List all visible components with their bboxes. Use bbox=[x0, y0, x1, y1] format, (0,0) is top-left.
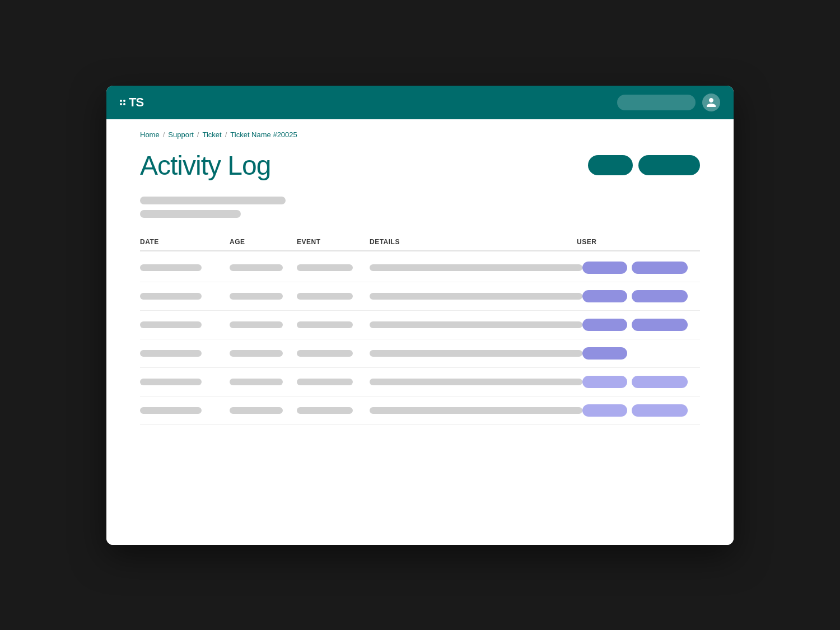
cell-details bbox=[370, 293, 582, 300]
col-header-details: DETAILS bbox=[370, 238, 577, 246]
cell-user bbox=[582, 319, 706, 331]
cell-date bbox=[140, 264, 202, 271]
col-header-age: AGE bbox=[230, 238, 297, 246]
user-chip-primary[interactable] bbox=[582, 319, 627, 331]
cell-event bbox=[297, 350, 353, 357]
nav-right bbox=[617, 94, 720, 111]
cell-date bbox=[140, 321, 202, 328]
cell-details bbox=[370, 407, 582, 414]
cell-age bbox=[230, 321, 283, 328]
user-chip-secondary[interactable] bbox=[632, 376, 688, 388]
cell-user bbox=[582, 347, 706, 360]
cell-date bbox=[140, 407, 202, 414]
col-header-event: EVENT bbox=[297, 238, 370, 246]
cell-age bbox=[230, 293, 283, 300]
cell-date bbox=[140, 350, 202, 357]
cell-details bbox=[370, 379, 582, 385]
header-buttons bbox=[588, 155, 700, 175]
cell-date bbox=[140, 293, 202, 300]
logo-dot bbox=[123, 103, 125, 105]
cell-event bbox=[297, 264, 353, 271]
user-chip-primary[interactable] bbox=[582, 347, 627, 360]
cell-user bbox=[582, 262, 706, 274]
logo-dot bbox=[120, 100, 122, 102]
user-avatar[interactable] bbox=[702, 94, 720, 111]
browser-window: TS Home / Support / Ticket / Ticket Name… bbox=[106, 86, 734, 545]
nav-search-bar[interactable] bbox=[617, 95, 696, 110]
cell-details bbox=[370, 321, 582, 328]
user-chip-secondary[interactable] bbox=[632, 290, 688, 302]
logo: TS bbox=[120, 95, 143, 110]
breadcrumb-support[interactable]: Support bbox=[168, 130, 194, 139]
breadcrumb: Home / Support / Ticket / Ticket Name #2… bbox=[140, 130, 700, 139]
filter-bar-secondary bbox=[140, 210, 241, 218]
cell-event bbox=[297, 379, 353, 385]
table-row bbox=[140, 368, 700, 396]
cell-user bbox=[582, 290, 706, 302]
col-header-user: USER bbox=[577, 238, 700, 246]
breadcrumb-sep-3: / bbox=[225, 130, 227, 139]
user-chip-primary[interactable] bbox=[582, 262, 627, 274]
user-icon bbox=[706, 97, 717, 108]
table-row bbox=[140, 339, 700, 368]
user-chip-secondary[interactable] bbox=[632, 262, 688, 274]
col-header-date: DATE bbox=[140, 238, 230, 246]
logo-dot bbox=[120, 103, 122, 105]
table-row bbox=[140, 282, 700, 311]
cell-details bbox=[370, 264, 582, 271]
user-chip-secondary[interactable] bbox=[632, 404, 688, 417]
breadcrumb-ticket-name[interactable]: Ticket Name #20025 bbox=[230, 130, 297, 139]
cell-user bbox=[582, 404, 706, 417]
cell-event bbox=[297, 407, 353, 414]
cell-age bbox=[230, 379, 283, 385]
filter-area bbox=[140, 197, 700, 218]
cell-age bbox=[230, 350, 283, 357]
cell-event bbox=[297, 321, 353, 328]
page-title: Activity Log bbox=[140, 150, 270, 181]
user-chip-primary[interactable] bbox=[582, 290, 627, 302]
logo-dot bbox=[123, 100, 125, 102]
navbar: TS bbox=[106, 86, 734, 119]
user-chip-secondary[interactable] bbox=[632, 319, 688, 331]
breadcrumb-sep-1: / bbox=[163, 130, 165, 139]
table-row bbox=[140, 396, 700, 425]
cell-date bbox=[140, 379, 202, 385]
breadcrumb-home[interactable]: Home bbox=[140, 130, 160, 139]
cell-user bbox=[582, 376, 706, 388]
user-chip-primary[interactable] bbox=[582, 404, 627, 417]
table-header: DATE AGE EVENT DETAILS USER bbox=[140, 234, 700, 251]
table-row bbox=[140, 311, 700, 339]
breadcrumb-ticket[interactable]: Ticket bbox=[202, 130, 221, 139]
cell-details bbox=[370, 350, 582, 357]
action-button-2[interactable] bbox=[638, 155, 700, 175]
logo-text: TS bbox=[129, 95, 143, 110]
main-content: Home / Support / Ticket / Ticket Name #2… bbox=[106, 119, 734, 545]
filter-bar-primary bbox=[140, 197, 286, 204]
breadcrumb-sep-2: / bbox=[197, 130, 199, 139]
cell-age bbox=[230, 264, 283, 271]
cell-age bbox=[230, 407, 283, 414]
logo-dots bbox=[120, 100, 125, 105]
user-chip-primary[interactable] bbox=[582, 376, 627, 388]
page-header: Activity Log bbox=[140, 150, 700, 181]
table-row bbox=[140, 254, 700, 282]
activity-log-table: DATE AGE EVENT DETAILS USER bbox=[140, 234, 700, 425]
cell-event bbox=[297, 293, 353, 300]
action-button-1[interactable] bbox=[588, 155, 633, 175]
